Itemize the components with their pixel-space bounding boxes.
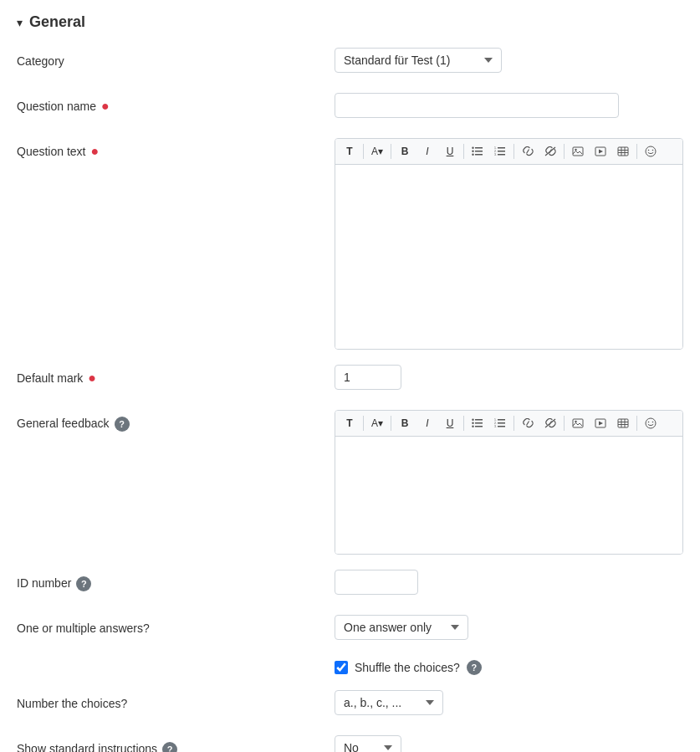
- gf-media-button[interactable]: [590, 413, 611, 433]
- show-instructions-select[interactable]: No Yes: [335, 735, 401, 752]
- question-name-row: Question name ●: [17, 93, 683, 123]
- gf-font-button[interactable]: A▾: [366, 413, 388, 433]
- show-instructions-row: Show standard instructions ? No Yes: [17, 735, 683, 752]
- show-instructions-help-icon[interactable]: ?: [162, 742, 177, 752]
- id-number-row: ID number ?: [17, 570, 683, 600]
- svg-rect-8: [498, 154, 505, 156]
- svg-rect-33: [498, 426, 505, 427]
- shuffle-choices-help-icon[interactable]: ?: [467, 660, 482, 675]
- emoji-button[interactable]: [640, 141, 662, 161]
- question-text-body[interactable]: [335, 165, 682, 349]
- question-text-toolbar: T A▾ B I U: [335, 139, 682, 165]
- question-text-control: T A▾ B I U: [335, 138, 683, 350]
- svg-rect-13: [573, 147, 583, 156]
- bold-button[interactable]: B: [394, 141, 416, 161]
- general-feedback-toolbar: T A▾ B I U: [335, 411, 682, 437]
- media-icon: [595, 146, 606, 156]
- svg-rect-27: [475, 426, 483, 427]
- ol-button[interactable]: 1.2.3.: [489, 141, 511, 161]
- link-button[interactable]: [517, 141, 539, 161]
- font-button[interactable]: A▾: [366, 141, 388, 161]
- gf-ul-button[interactable]: [467, 413, 488, 433]
- gf-ol-icon: 1.2.3.: [494, 418, 506, 428]
- gf-table-button[interactable]: [612, 413, 634, 433]
- general-feedback-row: General feedback ? T A▾ B I U: [17, 410, 683, 555]
- media-button[interactable]: [590, 141, 611, 161]
- id-number-help-icon[interactable]: ?: [76, 576, 91, 591]
- svg-point-49: [652, 422, 654, 423]
- svg-rect-17: [618, 147, 628, 156]
- gf-ol-button[interactable]: 1.2.3.: [489, 413, 511, 433]
- gf-bold-button[interactable]: B: [394, 413, 416, 433]
- question-text-required-icon: ●: [91, 145, 100, 158]
- gf-ul-icon: [472, 418, 483, 428]
- svg-marker-16: [599, 150, 603, 154]
- general-section-header[interactable]: ▾ General: [17, 13, 683, 31]
- svg-point-28: [472, 419, 473, 421]
- one-multiple-control: One answer only Multiple answers allowed: [335, 615, 683, 640]
- show-instructions-label: Show standard instructions ?: [17, 735, 335, 752]
- gf-italic-button[interactable]: I: [416, 413, 438, 433]
- default-mark-input[interactable]: [335, 365, 401, 390]
- question-text-label: Question text ●: [17, 138, 335, 158]
- svg-point-4: [472, 151, 473, 152]
- svg-point-3: [472, 147, 473, 149]
- ul-icon: [472, 146, 483, 156]
- gf-unlink-icon: [544, 418, 556, 428]
- gf-toolbar-sep-4: [514, 416, 514, 431]
- format-button[interactable]: T: [339, 141, 360, 161]
- number-choices-row: Number the choices? a., b., c., ... 1., …: [17, 690, 683, 720]
- gf-unlink-button[interactable]: [539, 413, 561, 433]
- gf-toolbar-sep-2: [391, 416, 391, 431]
- svg-rect-1: [475, 151, 483, 152]
- question-name-input[interactable]: [335, 93, 619, 118]
- number-choices-select[interactable]: a., b., c., ... 1., 2., 3., ... A., B., …: [335, 690, 443, 715]
- chevron-icon: ▾: [17, 16, 23, 29]
- gf-image-button[interactable]: [567, 413, 589, 433]
- svg-rect-31: [498, 419, 505, 421]
- unlink-icon: [544, 146, 556, 156]
- gf-link-button[interactable]: [517, 413, 539, 433]
- gf-image-icon: [572, 418, 584, 428]
- shuffle-choices-label: Shuffle the choices?: [355, 661, 460, 674]
- gf-link-icon: [522, 418, 534, 428]
- id-number-label: ID number ?: [17, 570, 335, 591]
- gf-format-button[interactable]: T: [339, 413, 360, 433]
- toolbar-sep-2: [391, 144, 391, 159]
- underline-button[interactable]: U: [439, 141, 461, 161]
- svg-rect-25: [475, 419, 483, 421]
- svg-rect-42: [618, 419, 628, 427]
- shuffle-choices-checkbox[interactable]: [335, 661, 348, 674]
- svg-point-30: [472, 426, 473, 427]
- id-number-control: [335, 570, 683, 595]
- image-button[interactable]: [567, 141, 589, 161]
- ul-button[interactable]: [467, 141, 488, 161]
- svg-rect-7: [498, 151, 505, 152]
- table-button[interactable]: [612, 141, 634, 161]
- table-icon: [617, 146, 629, 156]
- gf-toolbar-sep-5: [564, 416, 565, 431]
- svg-point-29: [472, 422, 473, 424]
- italic-button[interactable]: I: [416, 141, 438, 161]
- default-mark-required-icon: ●: [88, 371, 96, 385]
- gf-underline-button[interactable]: U: [439, 413, 461, 433]
- general-feedback-body[interactable]: [335, 437, 682, 554]
- question-text-row: Question text ● T A▾ B I U: [17, 138, 683, 350]
- answer-type-select[interactable]: One answer only Multiple answers allowed: [335, 615, 468, 640]
- gf-toolbar-sep-3: [463, 416, 464, 431]
- general-feedback-help-icon[interactable]: ?: [115, 417, 130, 432]
- gf-emoji-icon: [645, 417, 657, 429]
- id-number-input[interactable]: [335, 570, 418, 595]
- svg-text:3.: 3.: [494, 153, 497, 156]
- svg-point-47: [646, 418, 656, 428]
- gf-emoji-button[interactable]: [640, 413, 662, 433]
- question-name-required-icon: ●: [101, 100, 110, 113]
- category-select[interactable]: Standard für Test (1): [335, 48, 502, 73]
- show-instructions-control: No Yes: [335, 735, 683, 752]
- question-name-label: Question name ●: [17, 93, 335, 113]
- number-choices-label: Number the choices?: [17, 690, 335, 710]
- unlink-button[interactable]: [539, 141, 561, 161]
- svg-rect-6: [498, 147, 505, 149]
- toolbar-sep-3: [463, 144, 464, 159]
- svg-point-24: [652, 150, 654, 151]
